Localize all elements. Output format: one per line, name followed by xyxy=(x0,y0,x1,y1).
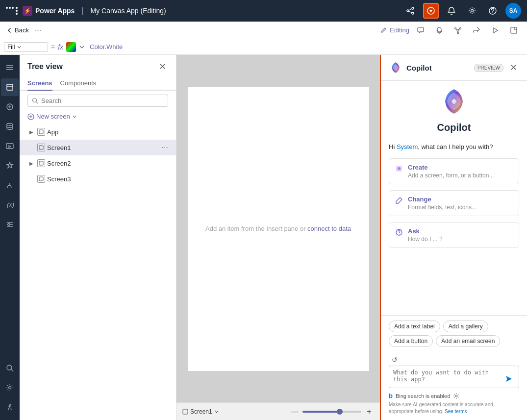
sidebar-icon-formula[interactable]: (x) xyxy=(1,196,19,214)
connect-to-data-link[interactable]: connect to data xyxy=(307,225,351,232)
sidebar-icon-settings[interactable] xyxy=(1,379,19,396)
suggestion-email-screen[interactable]: Add an email screen xyxy=(436,335,500,347)
back-button[interactable]: Back xyxy=(6,26,29,34)
sidebar-icon-controls[interactable] xyxy=(1,216,19,233)
sidebar-icon-accessibility[interactable] xyxy=(1,398,19,416)
suggestion-text-label[interactable]: Add a text label xyxy=(389,321,440,332)
copilot-preview-badge: PREVIEW xyxy=(474,64,503,72)
formula-value: Color.White xyxy=(90,43,123,50)
svg-point-16 xyxy=(457,32,459,34)
spacer-icon3 xyxy=(27,175,35,183)
zoom-slider[interactable] xyxy=(302,411,361,413)
create-desc: Add a screen, form, or a button... xyxy=(408,172,494,179)
share-icon[interactable] xyxy=(402,3,418,19)
comment-icon[interactable] xyxy=(413,24,428,37)
create-title: Create xyxy=(408,164,494,171)
create-icon xyxy=(395,165,403,174)
ask-desc: How do I ... ? xyxy=(408,236,443,243)
user-avatar[interactable]: SA xyxy=(505,3,521,19)
copilot-ask-card[interactable]: Ask How do I ... ? xyxy=(389,222,519,248)
sidebar-icon-layers[interactable] xyxy=(1,78,19,96)
screen-label[interactable]: Screen1 xyxy=(182,408,219,415)
color-picker-icon[interactable] xyxy=(66,42,76,52)
sidebar-icon-ai[interactable] xyxy=(1,157,19,174)
copilot-send-button[interactable] xyxy=(503,373,515,385)
tree-panel: Tree view ✕ Screens Components New scree… xyxy=(20,55,176,420)
svg-line-17 xyxy=(456,28,457,29)
sidebar-icon-insert[interactable] xyxy=(1,98,19,116)
powerapps-logo-icon: ⚡ xyxy=(23,6,32,16)
chevron-right-icon: ▶ xyxy=(27,128,35,136)
copilot-create-card[interactable]: Create Add a screen, form, or a button..… xyxy=(389,158,519,184)
canvas-content[interactable]: Add an item from the Insert pane or conn… xyxy=(176,55,380,402)
spacer-icon xyxy=(27,144,35,151)
share-toolbar-icon[interactable] xyxy=(469,24,484,37)
svg-rect-46 xyxy=(39,130,43,134)
property-dropdown[interactable]: Fill xyxy=(4,42,48,52)
sidebar-icon-search[interactable] xyxy=(1,359,19,377)
copilot-icon[interactable] xyxy=(423,3,439,19)
screen3-icon xyxy=(37,175,45,183)
app-grid-icon[interactable] xyxy=(6,7,18,15)
tree-item-screen3[interactable]: Screen3 xyxy=(20,171,176,187)
editing-button[interactable]: Editing xyxy=(380,26,409,34)
svg-point-39 xyxy=(9,387,11,389)
canvas-bottom-bar: Screen1 — + xyxy=(176,402,380,420)
ask-icon xyxy=(395,228,403,238)
tree-item-screen1[interactable]: Screen1 ··· xyxy=(20,140,176,155)
more-options[interactable]: ··· xyxy=(33,26,43,35)
bing-settings-icon[interactable] xyxy=(453,393,460,399)
expand-icon[interactable] xyxy=(506,24,521,37)
network-icon[interactable] xyxy=(451,24,465,37)
search-input[interactable] xyxy=(41,97,164,104)
zoom-slider-fill xyxy=(302,411,338,413)
tree-item-app[interactable]: ▶ App xyxy=(20,124,176,140)
tree-item-screen2[interactable]: ▶ Screen2 xyxy=(20,155,176,171)
svg-rect-50 xyxy=(183,409,188,414)
see-terms-link[interactable]: See terms xyxy=(445,409,467,414)
svg-point-55 xyxy=(455,395,457,397)
screen1-more-icon[interactable]: ··· xyxy=(162,143,168,152)
zoom-plus-button[interactable]: + xyxy=(364,407,374,417)
copilot-close-button[interactable]: ✕ xyxy=(507,62,519,74)
search-box xyxy=(27,95,168,107)
sidebar-icon-data[interactable] xyxy=(1,118,19,135)
sidebar-icon-variables[interactable] xyxy=(1,176,19,194)
bing-row: b Bing search is enabled xyxy=(389,392,519,399)
sidebar-icon-menu[interactable] xyxy=(1,59,19,76)
copilot-input-row xyxy=(389,366,519,388)
tab-components[interactable]: Components xyxy=(60,76,97,91)
topbar-divider: | xyxy=(81,6,83,15)
topbar: ⚡ Power Apps | My Canvas App (Editing) S… xyxy=(0,0,527,22)
settings-icon[interactable] xyxy=(464,3,480,19)
speech-icon[interactable] xyxy=(432,24,447,37)
copilot-logo-icon xyxy=(389,61,402,74)
copilot-input[interactable] xyxy=(393,369,500,385)
suggestion-button[interactable]: Add a button xyxy=(389,335,433,347)
svg-line-42 xyxy=(36,102,38,104)
change-desc: Format fields, text, icons... xyxy=(408,204,477,211)
bell-icon[interactable] xyxy=(444,3,459,19)
zoom-minus-button[interactable]: — xyxy=(290,407,300,417)
tree-close-button[interactable]: ✕ xyxy=(156,61,168,73)
copilot-footer: Add a text label Add a gallery Add a but… xyxy=(381,315,527,420)
fx-button[interactable]: fx xyxy=(58,43,63,51)
refresh-suggestions-button[interactable]: ↺ xyxy=(389,354,401,366)
color-dropdown-icon[interactable] xyxy=(79,44,85,50)
svg-point-54 xyxy=(399,234,399,234)
suggestion-gallery[interactable]: Add a gallery xyxy=(443,321,488,332)
change-icon xyxy=(395,197,403,206)
tab-screens[interactable]: Screens xyxy=(27,76,52,91)
sidebar-icon-media[interactable] xyxy=(1,137,19,155)
copilot-change-card[interactable]: Change Format fields, text, icons... xyxy=(389,190,519,216)
new-screen-button[interactable]: New screen xyxy=(27,113,168,120)
svg-rect-47 xyxy=(39,146,43,149)
tree-items: ▶ App Screen1 ··· ▶ Sc xyxy=(20,124,176,420)
app-name: My Canvas App (Editing) xyxy=(91,7,166,15)
tree-title: Tree view xyxy=(27,62,63,71)
svg-rect-11 xyxy=(418,27,424,32)
play-icon[interactable] xyxy=(488,24,502,37)
greeting-highlight: System xyxy=(397,143,418,150)
help-icon[interactable] xyxy=(485,3,501,19)
zoom-controls: — + xyxy=(290,407,374,417)
